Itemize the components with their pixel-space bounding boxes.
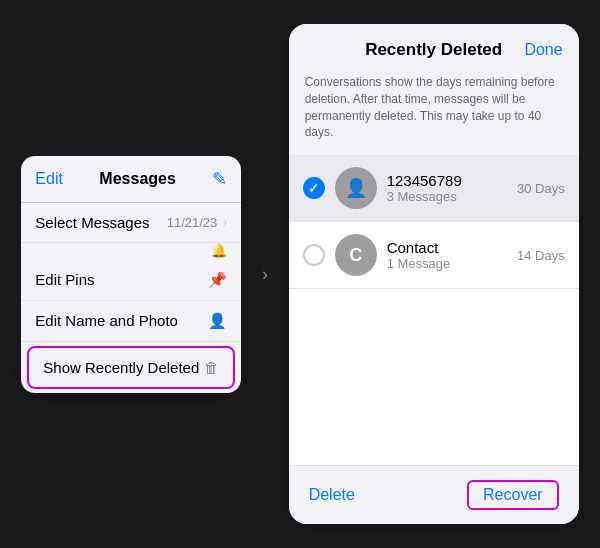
checkbox-1[interactable] <box>303 177 325 199</box>
conversation-item-1[interactable]: 👤 123456789 3 Messages 30 Days <box>289 155 579 222</box>
panel-footer: Delete Recover <box>289 465 579 524</box>
show-recently-deleted-wrapper: Show Recently Deleted 🗑 <box>27 346 235 389</box>
contact-initial-label: C <box>349 245 362 266</box>
app-container: Edit Messages ✎ Select Messages 11/21/23… <box>0 0 600 548</box>
edit-button[interactable]: Edit <box>35 170 63 188</box>
menu-header: Edit Messages ✎ <box>21 156 241 203</box>
done-button[interactable]: Done <box>523 41 563 59</box>
menu-item-edit-name-photo[interactable]: Edit Name and Photo 👤 <box>21 301 241 342</box>
conversation-days-1: 30 Days <box>517 181 565 196</box>
person-avatar-icon: 👤 <box>345 177 367 199</box>
chevron-right-icon: › <box>223 215 227 229</box>
messages-menu: Edit Messages ✎ Select Messages 11/21/23… <box>21 156 241 393</box>
edit-pins-label: Edit Pins <box>35 271 94 288</box>
avatar-1: 👤 <box>335 167 377 209</box>
recover-button[interactable]: Recover <box>467 480 559 510</box>
conversation-count-1: 3 Messages <box>387 189 507 204</box>
delete-button[interactable]: Delete <box>309 486 355 504</box>
select-messages-date: 11/21/23 <box>167 215 218 230</box>
menu-title: Messages <box>99 170 176 188</box>
trash-icon: 🗑 <box>204 359 219 376</box>
person-icon: 👤 <box>208 312 227 330</box>
select-messages-label: Select Messages <box>35 214 149 231</box>
show-recently-deleted-label: Show Recently Deleted <box>43 359 199 376</box>
conversation-count-2: 1 Message <box>387 256 507 271</box>
menu-item-edit-pins[interactable]: Edit Pins 📌 <box>21 260 241 301</box>
conversation-name-2: Contact <box>387 239 507 256</box>
conversation-days-2: 14 Days <box>517 248 565 263</box>
conversation-item-2[interactable]: C Contact 1 Message 14 Days <box>289 222 579 289</box>
bell-icon: 🔔 <box>211 243 227 258</box>
panel-header: Recently Deleted Done <box>289 24 579 70</box>
panel-divider: › <box>264 74 266 474</box>
compose-icon[interactable]: ✎ <box>212 168 227 190</box>
checkbox-2[interactable] <box>303 244 325 266</box>
conversation-list: 👤 123456789 3 Messages 30 Days C Contact… <box>289 155 579 465</box>
edit-name-photo-label: Edit Name and Photo <box>35 312 178 329</box>
recently-deleted-panel: Recently Deleted Done Conversations show… <box>289 24 579 524</box>
menu-item-show-recently-deleted[interactable]: Show Recently Deleted 🗑 <box>29 348 233 387</box>
panel-description: Conversations show the days remaining be… <box>289 70 579 155</box>
arrow-right-icon: › <box>262 264 268 285</box>
menu-item-select-messages[interactable]: Select Messages 11/21/23 › <box>21 203 241 243</box>
pin-icon: 📌 <box>208 271 227 289</box>
panel-title: Recently Deleted <box>345 40 523 60</box>
avatar-2: C <box>335 234 377 276</box>
conversation-name-1: 123456789 <box>387 172 507 189</box>
